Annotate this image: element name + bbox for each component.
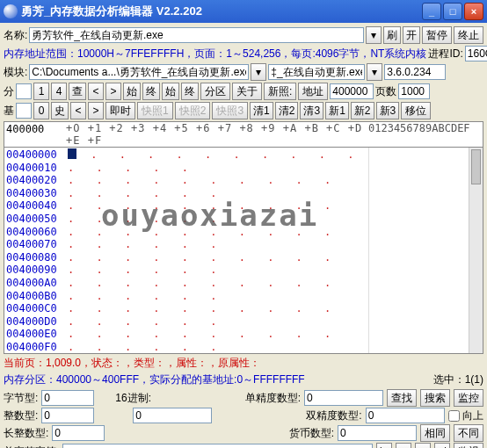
- ascii-column: [368, 148, 483, 353]
- seg-input[interactable]: [16, 83, 32, 99]
- name-dropdown[interactable]: ▾: [366, 26, 382, 44]
- start-button[interactable]: 始: [123, 83, 141, 100]
- pause-button[interactable]: 暂停: [422, 26, 452, 44]
- int-input[interactable]: [41, 408, 94, 423]
- end2-button[interactable]: 终: [181, 83, 199, 100]
- base-label: 基: [4, 104, 14, 119]
- base-input[interactable]: [16, 103, 32, 119]
- byte-input[interactable]: [41, 390, 94, 406]
- module-name-input[interactable]: [268, 64, 365, 80]
- monitor-button[interactable]: 监控: [454, 389, 483, 407]
- ascii-header: 0123456789ABCDEF: [368, 122, 483, 147]
- clear2-button[interactable]: 清2: [275, 102, 299, 119]
- hex-col-header: +O +1 +2 +3 +4 +5 +6 +7 +8 +9 +A +B +C +…: [66, 122, 368, 147]
- next-button[interactable]: >: [105, 83, 121, 100]
- shift-button[interactable]: 移位: [401, 102, 431, 119]
- seg-label: 分: [4, 84, 14, 99]
- pages-input[interactable]: [398, 83, 430, 99]
- address-column: 0040000000400010004000200040003000400040…: [4, 148, 66, 353]
- double-input[interactable]: [366, 408, 445, 423]
- about-button[interactable]: 关于: [232, 83, 262, 100]
- module-name-dropdown[interactable]: ▾: [367, 63, 382, 81]
- prev2-button[interactable]: <: [70, 102, 86, 119]
- end-button[interactable]: 终: [142, 83, 160, 100]
- same-button[interactable]: 相同: [420, 424, 450, 442]
- pid-label: 进程ID:: [428, 47, 462, 61]
- snap1-button[interactable]: 快照1: [137, 102, 173, 119]
- clear3-button[interactable]: 清3: [300, 102, 323, 119]
- b1-button[interactable]: 1: [33, 83, 49, 100]
- mem-range-text: 内存地址范围：10000H～7FFEFFFFH，页面：1～524,256，每页:…: [4, 47, 426, 61]
- byte-label: 字节型:: [4, 391, 38, 406]
- scrollbar-thumb[interactable]: [471, 149, 481, 184]
- maximize-button[interactable]: □: [443, 3, 462, 20]
- selection-text: 选中：1(1): [433, 372, 483, 387]
- app-icon: [4, 4, 18, 18]
- sbyte-input[interactable]: [62, 444, 372, 448]
- terminate-button[interactable]: 终止: [454, 26, 483, 44]
- next2-button[interactable]: >: [88, 102, 104, 119]
- vertical-scrollbar[interactable]: [469, 148, 483, 353]
- start-addr-input[interactable]: [4, 122, 66, 136]
- int-label: 整数型:: [4, 408, 38, 423]
- start2-button[interactable]: 始: [162, 83, 179, 100]
- find-button[interactable]: 查: [69, 83, 86, 100]
- single-label: 单精度数型:: [245, 391, 301, 406]
- snap2-button[interactable]: 快照2: [175, 102, 211, 119]
- long-label: 长整数型:: [4, 426, 48, 441]
- hex16-label: 16进制:: [115, 391, 151, 406]
- hex-input[interactable]: [133, 408, 212, 423]
- module-path-input[interactable]: [29, 64, 249, 80]
- window-title: 勇芳_内存数据分析编辑器 V2.2.202: [21, 4, 420, 19]
- find2-button[interactable]: 查找: [387, 389, 417, 407]
- nav-first-button[interactable]: |<: [376, 443, 392, 448]
- sbyte-label: 单字节字符:: [4, 444, 59, 449]
- status-line2: 内存分区：400000～400FFF，实际分配的基地址:0～FFFFFFFF: [4, 372, 305, 387]
- name-input[interactable]: [29, 27, 364, 43]
- long-input[interactable]: [52, 425, 105, 441]
- new3-button[interactable]: 新3: [376, 102, 400, 119]
- minimize-button[interactable]: _: [422, 3, 441, 20]
- addr-input[interactable]: [330, 83, 374, 99]
- pages-label: 页数: [375, 84, 396, 99]
- up-checkbox-label[interactable]: 向上: [448, 408, 483, 423]
- instant-button[interactable]: 即时: [105, 102, 135, 119]
- nav-prev-button[interactable]: <: [396, 443, 411, 448]
- diff-button[interactable]: 不同: [454, 424, 483, 442]
- addr-button[interactable]: 地址: [298, 83, 328, 100]
- name-label: 名称:: [4, 28, 27, 43]
- clear1-button[interactable]: 清1: [250, 102, 273, 119]
- refresh-button[interactable]: 刷: [383, 26, 401, 44]
- prev-button[interactable]: <: [88, 83, 104, 100]
- hex-grid[interactable]: 0040000000400010004000200040003000400040…: [4, 148, 483, 354]
- status-line1: 当前页：1,009.0，状态：，类型：，属性：，原属性：: [4, 356, 260, 371]
- module-label: 模块:: [4, 65, 27, 80]
- history-button[interactable]: 史: [51, 102, 69, 119]
- snapshot-button[interactable]: 新照:: [264, 83, 296, 100]
- version-field[interactable]: [384, 64, 446, 80]
- nav-next-button[interactable]: >: [415, 443, 431, 448]
- hex-header: +O +1 +2 +3 +4 +5 +6 +7 +8 +9 +A +B +C +…: [4, 121, 483, 148]
- nav-last-button[interactable]: >|: [434, 443, 450, 448]
- b4-button[interactable]: 4: [51, 83, 67, 100]
- search-button[interactable]: 搜索: [420, 389, 450, 407]
- partition-button[interactable]: 分区: [200, 83, 230, 100]
- currency-label: 货币数型:: [289, 426, 334, 441]
- new1-button[interactable]: 新1: [325, 102, 349, 119]
- b0-button[interactable]: 0: [33, 102, 49, 119]
- currency-input[interactable]: [338, 425, 417, 441]
- data-column[interactable]: ouyaoxiazai . . . . . . . . . . . . . . …: [66, 148, 368, 353]
- close-button[interactable]: ×: [464, 3, 483, 20]
- up-checkbox[interactable]: [448, 410, 460, 422]
- double-label: 双精度数型:: [306, 408, 361, 423]
- module-dropdown[interactable]: ▾: [251, 63, 266, 81]
- open-button[interactable]: 开: [403, 26, 420, 44]
- watch-button[interactable]: 监视: [454, 443, 483, 448]
- new2-button[interactable]: 新2: [351, 102, 374, 119]
- snap3-button[interactable]: 快照3: [212, 102, 248, 119]
- single-input[interactable]: [304, 390, 383, 406]
- pid-field[interactable]: [465, 46, 487, 61]
